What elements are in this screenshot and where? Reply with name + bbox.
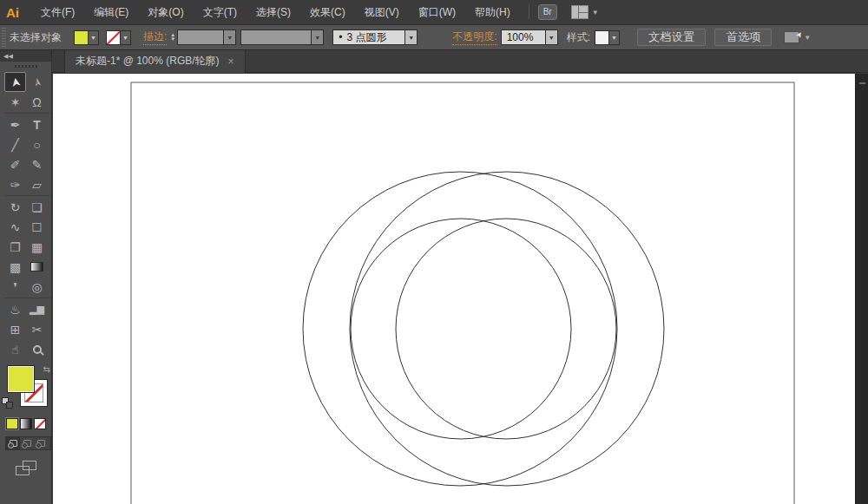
chevron-down-icon[interactable]: ▼ — [804, 34, 811, 42]
pen-tool[interactable]: ✒ — [4, 115, 26, 134]
perspective-grid-tool[interactable]: ▦ — [26, 237, 48, 257]
close-tab-icon[interactable]: × — [228, 56, 234, 68]
style-swatch[interactable] — [595, 30, 609, 45]
style-control[interactable]: ▼ — [595, 30, 620, 45]
tools-panel-grip[interactable] — [0, 62, 51, 70]
blob-brush-tool[interactable]: ✑ — [4, 174, 26, 194]
app-logo: Ai — [6, 5, 19, 20]
rotate-tool[interactable]: ↻ — [4, 197, 26, 217]
selection-preview-icon[interactable] — [784, 31, 799, 43]
chevron-down-icon: ▼ — [408, 35, 414, 41]
column-graph-icon: ▂▆ — [30, 304, 44, 315]
free-transform-tool[interactable]: ☐ — [26, 217, 48, 237]
draw-behind-button[interactable] — [20, 437, 34, 449]
tool-group-divider — [4, 195, 49, 196]
menu-view[interactable]: 视图(V) — [355, 0, 409, 25]
blend-tool[interactable]: ◎ — [26, 277, 48, 297]
lasso-icon: Ω — [32, 95, 41, 109]
document-setup-button[interactable]: 文档设置 — [637, 29, 706, 46]
scale-tool[interactable]: ❏ — [26, 197, 48, 217]
symbol-sprayer-tool[interactable]: ♨ — [4, 299, 26, 319]
column-graph-tool[interactable]: ▂▆ — [26, 299, 48, 319]
fill-swatch[interactable] — [8, 366, 34, 392]
free-transform-icon: ☐ — [31, 220, 43, 234]
color-mode-button[interactable] — [6, 418, 18, 429]
width-profile-dropdown: ▼ — [311, 30, 323, 44]
brush-name: 3 点圆形 — [347, 30, 387, 45]
menu-window[interactable]: 窗口(W) — [409, 0, 465, 25]
menu-help[interactable]: 帮助(H) — [465, 0, 520, 25]
document-tab-bar: 未标题-1* @ 100% (RGB/轮廓) × — [0, 50, 868, 73]
zoom-icon — [33, 345, 42, 354]
eraser-tool[interactable]: ▱ — [26, 174, 48, 194]
collapsed-panel-dock[interactable] — [855, 74, 868, 504]
shape-builder-icon: ❐ — [10, 240, 21, 254]
stroke-weight-combo[interactable]: ▼ — [177, 29, 236, 45]
draw-normal-button[interactable] — [6, 437, 20, 449]
style-dropdown[interactable]: ▼ — [609, 30, 620, 45]
stroke-dropdown[interactable]: ▼ — [121, 30, 131, 45]
line-icon: ╱ — [11, 138, 18, 152]
fill-color-swatch[interactable] — [74, 30, 89, 45]
tools-panel-header[interactable]: ◀◀ — [0, 50, 51, 62]
canvas-area[interactable] — [53, 74, 855, 504]
magic-wand-tool[interactable]: ✶ — [4, 92, 26, 112]
document-tab[interactable]: 未标题-1* @ 100% (RGB/轮廓) × — [64, 50, 246, 73]
panel-grip-icon[interactable] — [2, 28, 6, 47]
zoom-tool[interactable] — [26, 339, 48, 359]
none-mode-button[interactable] — [34, 418, 46, 429]
swap-fill-stroke-icon[interactable]: ⇆ — [43, 364, 50, 374]
lasso-tool[interactable]: Ω — [26, 92, 48, 112]
workspace-switcher[interactable]: ▼ — [571, 5, 599, 19]
selection-tool[interactable]: ➤ — [4, 72, 26, 92]
gradient-icon — [30, 262, 43, 272]
line-segment-tool[interactable]: ╱ — [4, 134, 26, 154]
menu-file[interactable]: 文件(F) — [31, 0, 84, 25]
mesh-tool[interactable]: ▩ — [4, 257, 26, 277]
width-tool[interactable]: ∿ — [4, 217, 26, 237]
bridge-button[interactable]: Br — [538, 4, 557, 20]
gradient-tool[interactable] — [26, 257, 48, 277]
menu-object[interactable]: 对象(O) — [138, 0, 193, 25]
stroke-color-control[interactable]: ▼ — [106, 30, 131, 45]
shape-builder-tool[interactable]: ❐ — [4, 237, 26, 257]
small-circle-right[interactable] — [396, 219, 616, 439]
direct-selection-tool[interactable]: ➢ — [26, 72, 48, 92]
paintbrush-tool[interactable]: ✐ — [4, 154, 26, 174]
brush-definition-combo[interactable]: • 3 点圆形 ▼ — [332, 29, 418, 45]
fill-color-control[interactable]: ▼ — [74, 30, 99, 45]
draw-inside-button[interactable] — [34, 437, 48, 449]
menu-select[interactable]: 选择(S) — [247, 0, 300, 25]
menu-effect[interactable]: 效果(C) — [300, 0, 355, 25]
eyedropper-tool[interactable]: ❜ — [4, 277, 26, 297]
default-fill-stroke-icon[interactable] — [2, 397, 13, 409]
stepper-down-icon[interactable]: ▼ — [170, 37, 175, 42]
chevron-down-icon: ▼ — [611, 35, 617, 41]
opacity-combo[interactable]: 100% ▼ — [501, 29, 558, 45]
chevron-down-icon: ▼ — [592, 9, 599, 16]
gradient-mode-button[interactable] — [20, 418, 32, 429]
expand-dock-icon[interactable] — [859, 82, 865, 84]
menu-type[interactable]: 文字(T) — [194, 0, 247, 25]
magic-wand-icon: ✶ — [10, 95, 21, 109]
small-circle-left[interactable] — [351, 219, 571, 439]
ellipse-tool[interactable]: ○ — [26, 134, 48, 154]
stroke-panel-link[interactable]: 描边: — [143, 29, 167, 45]
slice-tool[interactable]: ✂ — [26, 319, 48, 339]
preferences-button[interactable]: 首选项 — [714, 29, 772, 46]
stroke-weight-stepper[interactable]: ▲ ▼ — [170, 33, 175, 42]
type-tool[interactable]: T — [26, 115, 48, 134]
collapse-panel-icon[interactable]: ◀◀ — [3, 53, 13, 59]
width-profile-combo[interactable]: ▼ — [240, 29, 324, 45]
stroke-none-swatch[interactable] — [106, 30, 121, 45]
chevron-down-icon: ▼ — [549, 35, 555, 41]
fill-dropdown[interactable]: ▼ — [89, 30, 99, 45]
pencil-tool[interactable]: ✎ — [26, 154, 48, 174]
change-screen-mode-button[interactable] — [16, 461, 36, 475]
menu-edit[interactable]: 编辑(E) — [84, 0, 138, 25]
chevron-down-icon: ▼ — [227, 35, 233, 41]
paintbrush-icon: ✐ — [10, 158, 21, 172]
hand-tool[interactable]: ☝ — [4, 339, 26, 359]
opacity-panel-link[interactable]: 不透明度: — [452, 29, 496, 45]
artboard-tool[interactable]: ⊞ — [4, 319, 26, 339]
